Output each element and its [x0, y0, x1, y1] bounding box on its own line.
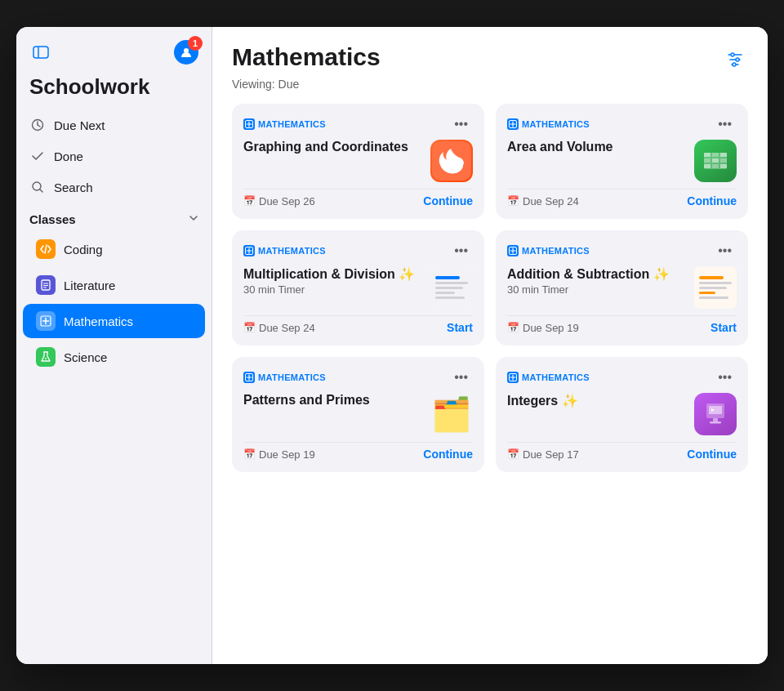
mathematics-class-icon	[36, 311, 56, 331]
sidebar-header: 1	[16, 40, 212, 71]
card-graphing-action-button[interactable]: Continue	[423, 194, 473, 207]
card-graphing-body: Graphing and Coordinates	[243, 140, 473, 182]
svg-point-22	[736, 58, 739, 61]
card-patterns-footer: 📅 Due Sep 19 Continue	[243, 442, 473, 461]
numbers-app-icon	[694, 140, 737, 182]
card-multiplication[interactable]: MATHEMATICS ••• Multiplication & Divisio…	[232, 230, 484, 346]
sidebar-item-science[interactable]: Science	[23, 340, 205, 374]
card-patterns[interactable]: MATHEMATICS ••• Patterns and Primes 🗂️ 📅…	[232, 357, 484, 472]
literature-label: Literature	[64, 279, 115, 292]
card-patterns-title: Patterns and Primes	[243, 393, 370, 408]
card-patterns-due: 📅 Due Sep 19	[243, 448, 315, 461]
folder-app-icon: 🗂️	[430, 393, 473, 435]
mathematics-subject-icon	[243, 118, 255, 130]
card-integers-footer: 📅 Due Sep 17 Continue	[507, 442, 737, 461]
card-integers-subject-text: MATHEMATICS	[522, 372, 590, 382]
svg-rect-32	[704, 153, 710, 157]
literature-class-icon	[36, 275, 56, 295]
svg-rect-54	[709, 406, 722, 414]
card-area-volume[interactable]: MATHEMATICS ••• Area and Volume	[496, 104, 748, 219]
mathematics-subject-icon6	[507, 372, 519, 383]
card-mult-footer: 📅 Due Sep 24 Start	[243, 315, 473, 334]
card-add-subject-text: MATHEMATICS	[522, 246, 590, 256]
science-class-icon	[36, 347, 56, 367]
search-icon	[29, 179, 46, 195]
calendar-icon4: 📅	[507, 322, 519, 333]
chevron-down-icon[interactable]	[189, 213, 198, 225]
svg-line-8	[45, 245, 47, 253]
svg-rect-34	[720, 153, 727, 157]
card-addition[interactable]: MATHEMATICS ••• Addition & Subtraction ✨…	[496, 230, 748, 346]
nav-item-due-next[interactable]: Due Next	[16, 109, 212, 140]
svg-point-21	[731, 53, 734, 56]
card-patterns-action-button[interactable]: Continue	[423, 448, 473, 461]
svg-rect-36	[712, 158, 719, 163]
card-area-due: 📅 Due Sep 24	[507, 195, 579, 207]
svg-rect-56	[710, 421, 721, 424]
done-label: Done	[54, 149, 83, 163]
add-thumbnail	[694, 266, 737, 309]
checkmark-icon	[29, 148, 46, 164]
card-add-menu-button[interactable]: •••	[713, 242, 737, 260]
sidebar-toggle-button[interactable]	[29, 41, 52, 64]
svg-line-7	[40, 189, 42, 192]
calendar-icon: 📅	[243, 195, 256, 207]
svg-rect-40	[720, 164, 727, 168]
card-add-header: MATHEMATICS •••	[507, 242, 737, 260]
classes-section-header: Classes	[16, 203, 212, 231]
profile-button[interactable]: 1	[174, 40, 198, 65]
main-content: Mathematics Viewing: Due	[212, 27, 768, 664]
sidebar: 1 Schoolwork Due Next Done	[16, 27, 212, 664]
card-mult-title: Multiplication & Division ✨	[243, 266, 415, 282]
card-integers-subject: MATHEMATICS	[507, 372, 590, 383]
card-graphing-subject-text: MATHEMATICS	[258, 119, 326, 129]
card-patterns-subject-text: MATHEMATICS	[258, 372, 326, 382]
card-mult-subject-text: MATHEMATICS	[258, 246, 326, 256]
card-integers-title: Integers ✨	[507, 393, 578, 408]
coding-class-icon	[36, 239, 56, 259]
sidebar-item-mathematics[interactable]: Mathematics	[23, 304, 205, 338]
calendar-icon2: 📅	[507, 195, 519, 207]
card-integers[interactable]: MATHEMATICS ••• Integers ✨	[496, 357, 748, 472]
card-mult-body: Multiplication & Division ✨ 30 min Timer	[243, 266, 473, 309]
card-add-footer: 📅 Due Sep 19 Start	[507, 315, 737, 334]
card-mult-subtitle: 30 min Timer	[243, 283, 415, 296]
main-header: Mathematics	[232, 43, 748, 73]
card-area-action-button[interactable]: Continue	[687, 194, 737, 207]
card-graphing[interactable]: MATHEMATICS ••• Graphing and Coordinates	[232, 104, 484, 219]
card-add-subject: MATHEMATICS	[507, 245, 590, 256]
notification-badge: 1	[188, 36, 203, 51]
card-patterns-menu-button[interactable]: •••	[449, 368, 473, 386]
sidebar-item-coding[interactable]: Coding	[23, 232, 205, 266]
card-mult-subject: MATHEMATICS	[243, 245, 326, 256]
cards-grid: MATHEMATICS ••• Graphing and Coordinates	[232, 104, 748, 472]
nav-item-search[interactable]: Search	[16, 172, 212, 203]
calendar-icon3: 📅	[243, 322, 256, 333]
card-integers-action-button[interactable]: Continue	[687, 448, 737, 461]
card-graphing-menu-button[interactable]: •••	[449, 115, 473, 133]
search-label: Search	[54, 181, 93, 194]
card-patterns-body: Patterns and Primes 🗂️	[243, 393, 473, 435]
app-window: 1 Schoolwork Due Next Done	[16, 27, 768, 664]
mathematics-subject-icon5	[243, 372, 255, 383]
nav-item-done[interactable]: Done	[16, 140, 212, 172]
swift-app-icon	[430, 140, 473, 182]
card-integers-menu-button[interactable]: •••	[713, 368, 737, 386]
svg-rect-55	[713, 418, 718, 421]
card-mult-menu-button[interactable]: •••	[449, 242, 473, 260]
classes-title: Classes	[29, 212, 76, 226]
card-area-footer: 📅 Due Sep 24 Continue	[507, 189, 737, 207]
card-integers-header: MATHEMATICS •••	[507, 368, 737, 386]
card-mult-due: 📅 Due Sep 24	[243, 322, 315, 334]
clock-icon	[29, 117, 46, 133]
mathematics-subject-icon3	[243, 245, 255, 256]
svg-line-5	[38, 125, 40, 127]
card-mult-action-button[interactable]: Start	[447, 321, 473, 334]
sidebar-item-literature[interactable]: Literature	[23, 268, 205, 302]
card-graphing-footer: 📅 Due Sep 26 Continue	[243, 189, 473, 207]
filter-button[interactable]	[722, 47, 748, 73]
card-area-subject: MATHEMATICS	[507, 118, 590, 130]
card-add-action-button[interactable]: Start	[710, 321, 737, 334]
card-area-menu-button[interactable]: •••	[713, 115, 737, 133]
card-graphing-title: Graphing and Coordinates	[243, 140, 408, 154]
